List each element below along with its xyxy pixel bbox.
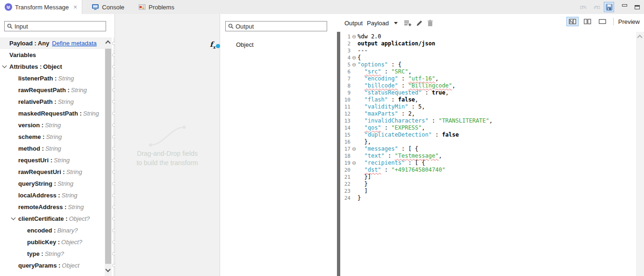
chevron-down-icon[interactable]	[11, 216, 16, 220]
tab-label: Problems	[149, 4, 174, 11]
define-metadata-link[interactable]: Define metadata	[52, 40, 96, 47]
tree-item-method[interactable]: method :String	[0, 143, 105, 154]
tree-item-Payload[interactable]: Payload :AnyDefine metadata	[0, 37, 105, 49]
line-number: 16	[340, 138, 351, 145]
code-line: 20 "dst" : "+4917645804740"	[340, 167, 636, 174]
tree-item-remoteAddress[interactable]: remoteAddress :String	[0, 201, 105, 213]
tree-item-relativePath[interactable]: relativePath :String	[0, 96, 105, 108]
fold-gutter	[351, 138, 358, 145]
tree-item-maskedRequestPath[interactable]: maskedRequestPath :String	[0, 108, 105, 119]
code-line: 18 "text" : "Testmessage",	[340, 153, 636, 160]
tree-item-clientCertificate[interactable]: clientCertificate :Object?	[0, 213, 105, 225]
tree-item-publicKey[interactable]: publicKey :Object?	[0, 236, 105, 248]
code-line: 23 ]	[340, 188, 636, 195]
tree-item-queryString[interactable]: queryString :String	[0, 178, 105, 189]
line-number: 11	[340, 103, 351, 110]
problems-icon	[138, 4, 146, 10]
curve-icon	[146, 123, 189, 151]
line-number: 17	[340, 145, 351, 153]
code-line: 17⊖ "messages" : [ {	[340, 145, 636, 153]
tree-item-type: String	[58, 75, 74, 82]
tree-item-Attributes[interactable]: Attributes :Object	[0, 61, 105, 73]
layout-columns-icon[interactable]	[581, 17, 594, 26]
tree-item-version[interactable]: version :String	[0, 119, 105, 131]
fold-icon[interactable]: ⊖	[351, 160, 358, 167]
tab-problems[interactable]: Problems	[133, 0, 180, 14]
code-line: 9 "statusRequested" : true,	[340, 89, 636, 96]
tree-item-rawRequestPath[interactable]: rawRequestPath :String	[0, 84, 105, 96]
fold-icon[interactable]: ⊖	[351, 145, 358, 153]
tree-item-label: publicKey :	[27, 239, 60, 246]
layout-split-icon[interactable]	[566, 17, 579, 26]
scroll-down-icon[interactable]	[105, 267, 110, 272]
dropdown-caret-icon[interactable]	[394, 22, 398, 24]
code-line: 19⊖ "recipients" : [ {	[340, 160, 636, 167]
scroll-up-icon[interactable]	[637, 35, 642, 40]
tree-item-type: Object?	[61, 239, 82, 246]
input-search-box	[4, 21, 106, 31]
scroll-up-icon[interactable]	[105, 40, 110, 45]
code-line: 10 "flash" : false,	[340, 96, 636, 103]
output-label: Output	[344, 20, 363, 27]
fold-gutter	[351, 47, 358, 54]
layout-single-icon[interactable]	[596, 17, 608, 26]
edit-icon[interactable]	[416, 20, 423, 27]
tree-item-scheme[interactable]: scheme :String	[0, 131, 105, 143]
input-tree-scrollbar[interactable]	[105, 37, 112, 276]
code-line: 24}	[340, 195, 636, 202]
tab-console[interactable]: Console	[86, 0, 130, 14]
code-line: 13 "invalidCharacters" : "TRANSLITERATE"…	[340, 117, 636, 124]
scrollbar-thumb[interactable]	[105, 49, 111, 264]
console-icon	[92, 4, 99, 10]
tree-item-type[interactable]: type :String?	[0, 248, 105, 260]
redo-icon[interactable]	[591, 2, 601, 12]
save-icon[interactable]	[604, 2, 614, 12]
chevron-down-icon[interactable]	[2, 64, 7, 68]
editor-splitter[interactable]	[337, 32, 340, 276]
tree-item-label: queryParams :	[18, 262, 60, 269]
output-search-input[interactable]	[236, 23, 324, 30]
line-number: 18	[340, 153, 351, 160]
fold-gutter	[351, 188, 358, 195]
fold-gutter	[351, 82, 358, 89]
code-line: 12 "maxParts" : 2,	[340, 110, 636, 117]
add-transform-icon[interactable]	[404, 20, 412, 26]
tree-item-Variables[interactable]: Variables	[0, 49, 105, 61]
tree-item-localAddress[interactable]: localAddress :String	[0, 189, 105, 201]
payload-dropdown[interactable]: Payload	[367, 20, 389, 27]
code-line: 15 "duplicateDetection" : false	[340, 131, 636, 138]
tree-item-type: String	[45, 122, 61, 129]
output-anchor-dot[interactable]	[216, 44, 220, 48]
editor-scrollbar[interactable]	[636, 32, 644, 276]
dataweave-editor-panel: Output Payload	[340, 14, 644, 276]
tree-item-queryParams[interactable]: queryParams :Object	[0, 260, 105, 271]
fold-icon[interactable]: ⊖	[351, 54, 358, 61]
fold-icon[interactable]: ⊖	[351, 33, 358, 40]
fold-icon[interactable]: ⊖	[351, 61, 358, 68]
line-number: 13	[340, 117, 351, 124]
tab-transform-message[interactable]: Transform Message ×	[0, 0, 82, 14]
tree-item-label: method :	[18, 145, 44, 152]
preview-toggle[interactable]: Preview	[618, 18, 640, 25]
delete-icon[interactable]	[427, 20, 433, 27]
minimize-icon[interactable]	[619, 2, 630, 12]
tree-item-label: rawRequestPath :	[18, 87, 70, 94]
dataweave-code-editor[interactable]: 1⊖%dw 2.02output application/json3---4⊖{…	[340, 32, 636, 276]
tree-item-encoded[interactable]: encoded :Binary?	[0, 225, 105, 236]
line-number: 10	[340, 96, 351, 103]
line-number: 7	[340, 75, 351, 82]
search-icon	[228, 23, 234, 29]
maximize-icon[interactable]	[632, 2, 642, 12]
output-root-row[interactable]: fx Object	[220, 39, 337, 51]
tree-item-listenerPath[interactable]: listenerPath :String	[0, 73, 105, 84]
close-icon[interactable]: ×	[73, 3, 77, 11]
undo-icon[interactable]	[579, 2, 589, 12]
tree-item-type: String	[66, 168, 82, 175]
tree-item-type: Any	[38, 40, 50, 47]
tree-item-type: Object	[62, 262, 79, 269]
toolbar-divider	[613, 18, 614, 25]
tree-item-requestUri[interactable]: requestUri :String	[0, 154, 105, 166]
input-search-input[interactable]	[14, 23, 103, 30]
fold-gutter	[351, 110, 358, 117]
tree-item-rawRequestUri[interactable]: rawRequestUri :String	[0, 166, 105, 178]
